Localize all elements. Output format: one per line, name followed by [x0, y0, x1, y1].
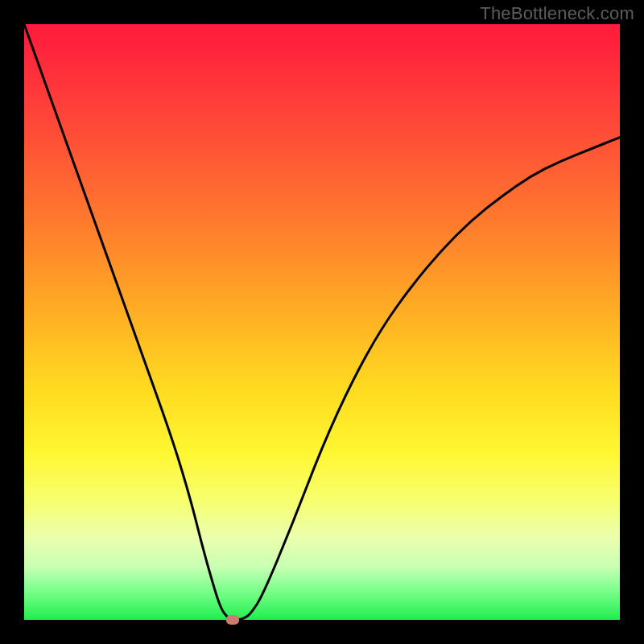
optimal-point-marker [226, 615, 239, 625]
watermark-text: TheBottleneck.com [480, 3, 634, 24]
chart-frame: TheBottleneck.com [0, 0, 644, 644]
bottleneck-curve [24, 24, 620, 620]
plot-area [24, 24, 620, 620]
